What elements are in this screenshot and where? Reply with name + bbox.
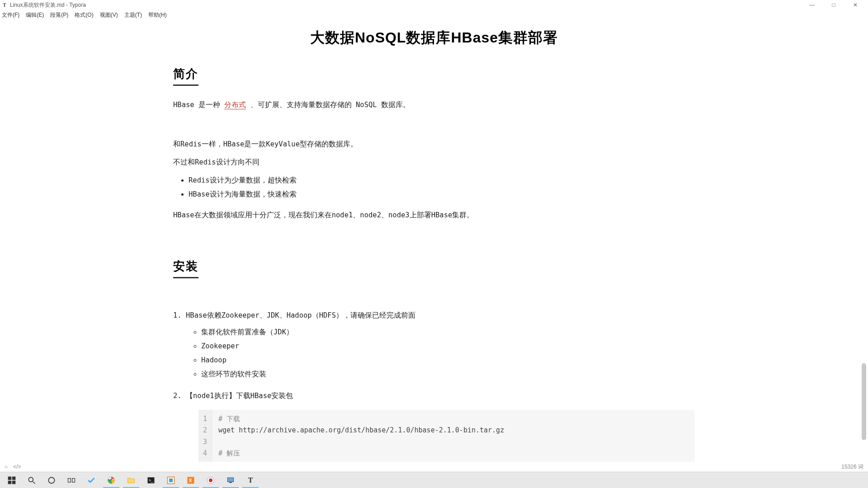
xshell-icon: X (186, 476, 195, 485)
code-line: # 解压 (218, 449, 240, 457)
taskbar-app-chrome[interactable] (101, 472, 121, 488)
text: 【node1执行】下载HBase安装包 (186, 392, 293, 400)
document-content[interactable]: 大数据NoSQL数据库HBase集群部署 简介 HBase 是一种 分布式 、可… (170, 28, 698, 475)
titlebar: T Linux系统软件安装.md - Typora — □ ✕ (0, 0, 868, 10)
maximize-button[interactable]: □ (828, 2, 839, 8)
monitor-icon (226, 476, 235, 485)
paragraph: 和Redis一样，HBase是一款KeyValue型存储的数据库。 (173, 138, 695, 151)
menu-format[interactable]: 格式(O) (75, 11, 93, 19)
taskbar-app-xshell[interactable]: X (181, 472, 201, 488)
list-item: 这些环节的软件安装 (201, 367, 695, 381)
word-count[interactable]: 15326 词 (841, 463, 863, 471)
taskbar: >_ X T (0, 472, 868, 488)
task-view-button[interactable] (61, 472, 81, 488)
window-title: Linux系统软件安装.md - Typora (10, 1, 86, 9)
svg-text:X: X (189, 478, 192, 483)
paragraph: HBase在大数据领域应用十分广泛，现在我们来在node1、node2、node… (173, 209, 695, 222)
record-icon (206, 476, 215, 485)
close-button[interactable]: ✕ (850, 2, 861, 8)
paragraph: 不过和Redis设计方向不同 (173, 156, 695, 169)
minimize-button[interactable]: — (807, 2, 817, 8)
code-line: wget http://archive.apache.org/dist/hbas… (218, 426, 504, 434)
taskbar-app-typora[interactable]: T (241, 472, 260, 488)
menu-file[interactable]: 文件(F) (2, 11, 19, 19)
windows-icon (7, 476, 16, 485)
menu-theme[interactable]: 主题(T) (124, 11, 142, 19)
vertical-scrollbar[interactable] (861, 20, 867, 462)
text: HBase依赖Zookeeper、JDK、Hadoop（HDFS），请确保已经完… (186, 311, 415, 319)
svg-rect-3 (12, 480, 16, 484)
chrome-icon (107, 476, 116, 485)
link-distributed[interactable]: 分布式 (224, 101, 246, 109)
menu-help[interactable]: 帮助(H) (148, 11, 167, 19)
editor-viewport[interactable]: 大数据NoSQL数据库HBase集群部署 简介 HBase 是一种 分布式 、可… (0, 20, 868, 475)
code-line: # 下载 (218, 415, 240, 423)
taskview-icon (67, 476, 76, 485)
list-item: Zookeeper (201, 339, 695, 353)
svg-text:>_: >_ (149, 478, 153, 482)
menu-view[interactable]: 视图(V) (100, 11, 118, 19)
menu-edit[interactable]: 编辑(E) (26, 11, 44, 19)
terminal-icon: >_ (146, 476, 156, 485)
menu-paragraph[interactable]: 段落(P) (50, 11, 68, 19)
heading-install: 安装 (173, 258, 198, 278)
heading-intro: 简介 (173, 66, 198, 86)
search-icon (27, 476, 36, 485)
vmware-icon (166, 476, 175, 485)
list-item: 集群化软件前置准备（JDK） (201, 325, 695, 339)
list-item: Hadoop (201, 353, 695, 367)
svg-point-6 (48, 477, 54, 483)
text: HBase 是一种 (173, 101, 224, 109)
outline-toggle-icon[interactable]: ○ (5, 464, 8, 470)
svg-rect-2 (8, 480, 12, 484)
folder-icon (127, 476, 136, 485)
svg-line-5 (33, 481, 35, 483)
svg-rect-7 (68, 478, 71, 482)
taskbar-app-explorer[interactable] (121, 472, 141, 488)
taskbar-app-terminal[interactable]: >_ (141, 472, 161, 488)
ordered-list: HBase依赖Zookeeper、JDK、Hadoop（HDFS），请确保已经完… (173, 308, 695, 475)
typora-icon: T (248, 476, 253, 484)
svg-point-4 (28, 477, 33, 482)
bullet-list: Redis设计为少量数据，超快检索 HBase设计为海量数据，快速检索 (173, 174, 695, 202)
svg-rect-19 (227, 478, 233, 482)
paragraph: HBase 是一种 分布式 、可扩展、支持海量数据存储的 NoSQL 数据库。 (173, 99, 695, 112)
svg-rect-0 (8, 476, 12, 480)
statusbar: ○ </> 15326 词 (0, 462, 868, 472)
search-button[interactable] (22, 472, 42, 488)
taskbar-app-vmware[interactable] (161, 472, 181, 488)
scrollbar-thumb[interactable] (862, 363, 866, 440)
list-item: HBase设计为海量数据，快速检索 (189, 188, 695, 202)
svg-rect-20 (230, 482, 232, 483)
sub-bullet-list: 集群化软件前置准备（JDK） Zookeeper Hadoop 这些环节的软件安… (186, 325, 695, 381)
svg-point-18 (209, 478, 212, 482)
cortana-button[interactable] (42, 472, 61, 488)
app-icon: T (2, 2, 7, 8)
list-item: HBase依赖Zookeeper、JDK、Hadoop（HDFS），请确保已经完… (186, 308, 695, 382)
circle-icon (47, 476, 56, 485)
menubar: 文件(F) 编辑(E) 段落(P) 格式(O) 视图(V) 主题(T) 帮助(H… (0, 10, 868, 20)
svg-rect-1 (12, 476, 16, 480)
window-controls: — □ ✕ (807, 2, 866, 8)
taskbar-app-monitor[interactable] (221, 472, 241, 488)
svg-rect-14 (169, 478, 173, 482)
start-button[interactable] (2, 472, 22, 488)
list-item: Redis设计为少量数据，超快检索 (189, 174, 695, 188)
svg-rect-8 (72, 478, 75, 482)
taskbar-app-todo[interactable] (81, 472, 101, 488)
text: 、可扩展、支持海量数据存储的 NoSQL 数据库。 (246, 101, 410, 109)
document-title: 大数据NoSQL数据库HBase集群部署 (173, 28, 695, 48)
source-code-mode-icon[interactable]: </> (13, 464, 21, 470)
check-icon (87, 476, 96, 485)
taskbar-app-recorder[interactable] (201, 472, 221, 488)
